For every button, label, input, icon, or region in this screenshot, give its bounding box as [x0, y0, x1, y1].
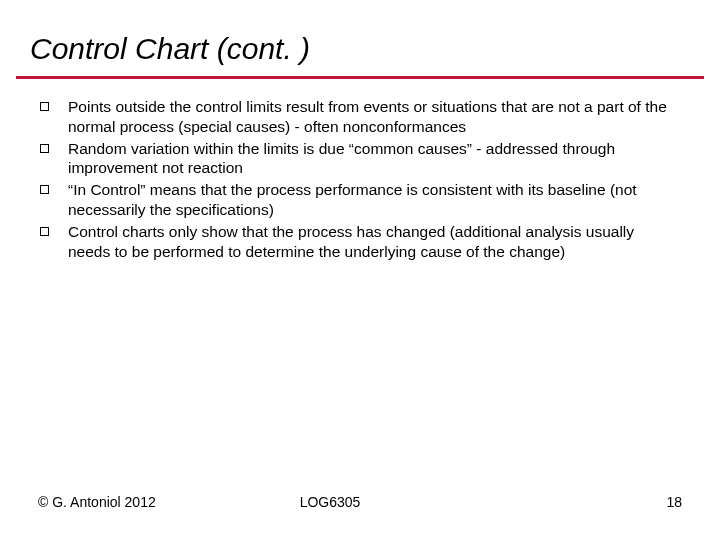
title-area: Control Chart (cont. ) [0, 0, 720, 70]
bullet-text: Control charts only show that the proces… [68, 222, 680, 262]
footer-page-number: 18 [666, 494, 682, 510]
bullet-text: Points outside the control limits result… [68, 97, 680, 137]
svg-rect-1 [41, 144, 49, 152]
svg-rect-0 [41, 103, 49, 111]
slide: Control Chart (cont. ) Points outside th… [0, 0, 720, 540]
svg-rect-2 [41, 186, 49, 194]
list-item: Control charts only show that the proces… [40, 222, 680, 262]
square-bullet-icon [40, 227, 50, 237]
square-bullet-icon [40, 102, 50, 112]
square-bullet-icon [40, 185, 50, 195]
bullet-text: Random variation within the limits is du… [68, 139, 680, 179]
bullet-list: Points outside the control limits result… [40, 97, 680, 262]
bullet-text: “In Control” means that the process perf… [68, 180, 680, 220]
square-bullet-icon [40, 144, 50, 154]
list-item: Random variation within the limits is du… [40, 139, 680, 179]
slide-title: Control Chart (cont. ) [30, 32, 690, 66]
footer-copyright: © G. Antoniol 2012 [38, 494, 156, 510]
svg-rect-3 [41, 227, 49, 235]
list-item: Points outside the control limits result… [40, 97, 680, 137]
footer: © G. Antoniol 2012 LOG6305 18 [0, 494, 720, 510]
list-item: “In Control” means that the process perf… [40, 180, 680, 220]
content-area: Points outside the control limits result… [0, 79, 720, 262]
